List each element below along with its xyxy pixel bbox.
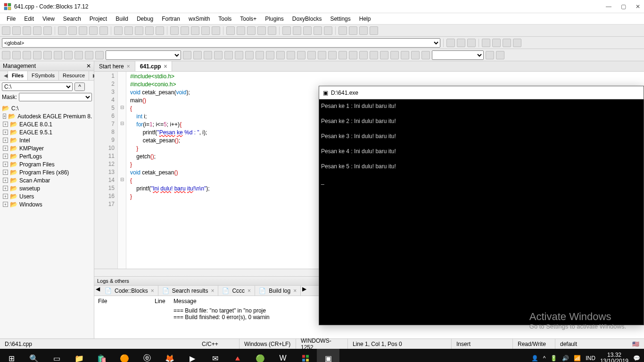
tree-node[interactable]: +📂Scan Ambar [3,176,92,184]
tree-node[interactable]: +📂Autodesk EAGLE Premium 8. [3,112,92,120]
toolbar-button[interactable] [287,51,295,59]
toolbar-button[interactable] [68,26,77,35]
toolbar-button[interactable] [314,26,322,35]
maximize-button[interactable]: ▢ [621,3,626,10]
edge-icon[interactable]: ⓔ [136,349,158,362]
menu-wxsmith[interactable]: wxSmith [185,15,214,23]
editor-tab[interactable]: Start here× [94,61,135,71]
menu-tools+[interactable]: Tools+ [236,15,260,23]
tree-node[interactable]: +📂Program Files (x86) [3,168,92,176]
toolbar-button[interactable] [349,26,357,35]
toolbar-button[interactable] [235,51,243,59]
app-icon[interactable]: ▶ [181,349,204,362]
toolbar-button[interactable] [193,51,202,59]
tree-node[interactable]: +📂EAGLE 9.5.1 [3,128,92,136]
toolbar-button[interactable] [58,26,66,35]
toolbar-combo[interactable] [106,50,181,60]
tab-close-icon[interactable]: × [127,63,130,70]
toolbar-button[interactable] [245,51,254,59]
toolbar-button[interactable] [496,51,504,59]
mail-icon[interactable]: ✉ [204,349,226,362]
toolbar-button[interactable] [492,39,501,47]
menu-edit[interactable]: Edit [20,15,38,23]
toolbar-button[interactable] [201,26,210,35]
start-button[interactable]: ⊞ [0,349,23,362]
toolbar-button[interactable] [212,26,220,35]
tree-node[interactable]: +📂Windows [3,200,92,208]
toolbar-button[interactable] [266,51,274,59]
logs-tab-left[interactable]: ◀ [94,286,101,296]
menu-build[interactable]: Build [112,15,132,23]
toolbar-button[interactable] [307,51,316,59]
logs-tab[interactable]: 📄Cccc× [218,286,255,296]
toolbar-button[interactable] [89,26,98,35]
tray-wifi-icon[interactable]: 📶 [574,355,581,362]
toolbar-button[interactable] [482,39,490,47]
toolbar-button[interactable] [339,26,347,35]
toolbar-button[interactable] [303,26,312,35]
file-explorer-icon[interactable]: 📁 [68,349,91,362]
logs-tab-right[interactable]: ▶ [301,286,307,296]
tree-node[interactable]: +📂Program Files [3,160,92,168]
toolbar-button[interactable] [467,39,476,47]
toolbar-button[interactable] [54,51,62,59]
toolbar-button[interactable] [204,51,212,59]
toolbar-button[interactable] [12,51,21,59]
toolbar-button[interactable] [457,39,465,47]
toolbar-button[interactable] [95,51,104,59]
menu-search[interactable]: Search [59,15,85,23]
menu-file[interactable]: File [3,15,19,23]
menu-plugins[interactable]: Plugins [261,15,287,23]
toolbar-button[interactable] [156,26,164,35]
toolbar-button[interactable] [401,51,409,59]
toolbar-combo[interactable] [432,50,484,60]
panel-close-icon[interactable]: ✕ [86,63,91,69]
toolbar-button[interactable] [191,26,199,35]
tab-resource[interactable]: Resource [59,71,89,80]
toolbar-button[interactable] [370,51,378,59]
toolbar-button[interactable] [257,26,266,35]
toolbar-button[interactable] [247,26,256,35]
toolbar-button[interactable] [486,51,494,59]
menu-tools[interactable]: Tools [215,15,235,23]
toolbar-button[interactable] [23,26,31,35]
toolbar-button[interactable] [256,51,264,59]
app-icon[interactable]: 🟢 [249,349,272,362]
menu-debug[interactable]: Debug [133,15,157,23]
menu-view[interactable]: View [39,15,58,23]
toolbar-button[interactable] [297,51,305,59]
tab-fsymbols[interactable]: FSymbols [28,71,59,80]
toolbar-button[interactable] [237,26,245,35]
tray-volume-icon[interactable]: 🔊 [562,355,569,362]
logs-tab[interactable]: 📄Code::Blocks× [101,286,158,296]
toolbar-button[interactable] [99,26,108,35]
tab-files[interactable]: Files [8,71,28,80]
toolbar-button[interactable] [226,26,235,35]
codeblocks-task-icon[interactable] [294,349,317,362]
toolbar-button[interactable] [390,51,399,59]
toolbar-button[interactable] [293,26,301,35]
close-button[interactable]: ✕ [636,3,640,10]
toolbar-button[interactable] [12,26,21,35]
toolbar-button[interactable] [85,51,93,59]
toolbar-button[interactable] [513,39,521,47]
toolbar-button[interactable] [43,26,52,35]
tree-node[interactable]: +📂swsetup [3,184,92,192]
toolbar-button[interactable] [43,51,52,59]
menu-fortran[interactable]: Fortran [158,15,184,23]
scope-selector[interactable]: <global> [2,38,440,48]
tree-node[interactable]: +📂Users [3,192,92,200]
tree-node[interactable]: +📂Intel [3,136,92,144]
toolbar-button[interactable] [214,51,223,59]
menu-doxyblocks[interactable]: DoxyBlocks [289,15,326,23]
toolbar-button[interactable] [328,51,337,59]
toolbar-button[interactable] [79,26,87,35]
tab-close-icon[interactable]: × [164,63,167,70]
toolbar-button[interactable] [2,26,10,35]
logs-tab[interactable]: 📄Search results× [158,286,219,296]
toolbar-button[interactable] [224,51,233,59]
task-view-icon[interactable]: ▭ [45,349,68,362]
tree-node[interactable]: +📂EAGLE 8.0.1 [3,120,92,128]
toolbar-button[interactable] [2,51,10,59]
toolbar-button[interactable] [503,39,511,47]
